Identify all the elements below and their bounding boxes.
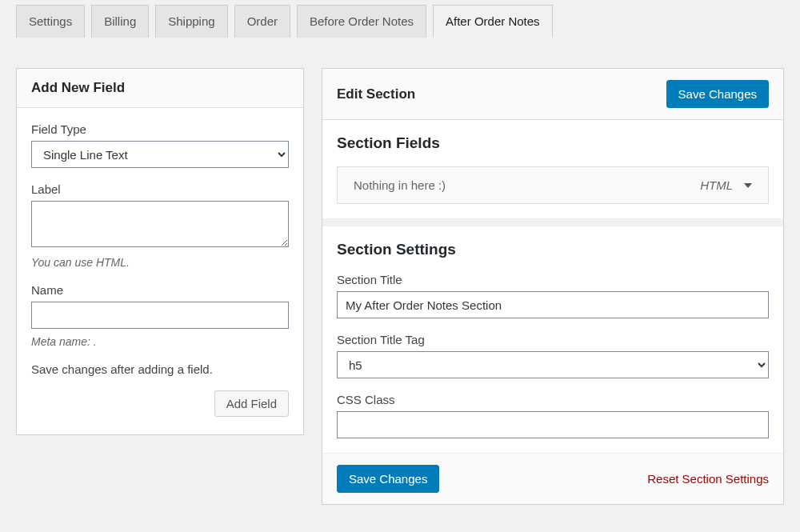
- save-changes-top-button[interactable]: Save Changes: [666, 80, 769, 108]
- label-label: Label: [31, 182, 289, 196]
- tab-before-order-notes[interactable]: Before Order Notes: [297, 5, 426, 38]
- section-title-label: Section Title: [337, 273, 769, 286]
- add-field-title: Add New Field: [31, 80, 125, 96]
- edit-section-title: Edit Section: [337, 86, 415, 102]
- name-label: Name: [31, 283, 289, 297]
- edit-section-panel: Edit Section Save Changes Section Fields…: [322, 68, 784, 505]
- section-fields-title: Section Fields: [337, 134, 769, 152]
- field-type-label: Field Type: [31, 122, 289, 136]
- section-title-input[interactable]: [337, 291, 769, 318]
- section-settings-block: Section Settings Section Title Section T…: [322, 226, 783, 453]
- field-type-select[interactable]: Single Line Text: [31, 141, 289, 168]
- add-field-panel: Add New Field Field Type Single Line Tex…: [16, 68, 304, 435]
- reset-section-link[interactable]: Reset Section Settings: [647, 472, 769, 486]
- chevron-down-icon: [744, 183, 752, 188]
- css-class-label: CSS Class: [337, 393, 769, 406]
- tabs-row: Settings Billing Shipping Order Before O…: [0, 0, 800, 38]
- tab-shipping[interactable]: Shipping: [155, 5, 227, 38]
- tab-order[interactable]: Order: [234, 5, 290, 38]
- section-title-tag-select[interactable]: h5: [337, 351, 769, 378]
- tab-billing[interactable]: Billing: [91, 5, 149, 38]
- save-changes-bottom-button[interactable]: Save Changes: [337, 465, 439, 493]
- section-title-tag-label: Section Title Tag: [337, 333, 769, 346]
- add-field-button[interactable]: Add Field: [214, 390, 289, 417]
- html-dropdown[interactable]: HTML: [700, 178, 752, 192]
- name-input[interactable]: [31, 302, 289, 329]
- name-help: Meta name: .: [31, 335, 289, 348]
- tab-settings[interactable]: Settings: [16, 5, 85, 38]
- add-field-header: Add New Field: [17, 69, 303, 108]
- section-settings-title: Section Settings: [337, 241, 769, 258]
- content-area: Add New Field Field Type Single Line Tex…: [0, 38, 800, 521]
- edit-section-header: Edit Section Save Changes: [322, 69, 783, 120]
- separator: [322, 218, 783, 226]
- label-help: You can use HTML.: [31, 256, 289, 269]
- css-class-input[interactable]: [337, 411, 769, 438]
- tab-after-order-notes[interactable]: After Order Notes: [433, 5, 553, 38]
- empty-fields-row: Nothing in here :) HTML: [337, 166, 769, 204]
- edit-section-footer: Save Changes Reset Section Settings: [322, 453, 783, 504]
- add-field-body: Field Type Single Line Text Label You ca…: [17, 108, 303, 434]
- section-fields-block: Section Fields Nothing in here :) HTML: [322, 120, 783, 218]
- save-note: Save changes after adding a field.: [31, 362, 289, 376]
- label-textarea[interactable]: [31, 201, 289, 247]
- html-dropdown-label: HTML: [700, 178, 733, 192]
- empty-fields-text: Nothing in here :): [354, 178, 446, 192]
